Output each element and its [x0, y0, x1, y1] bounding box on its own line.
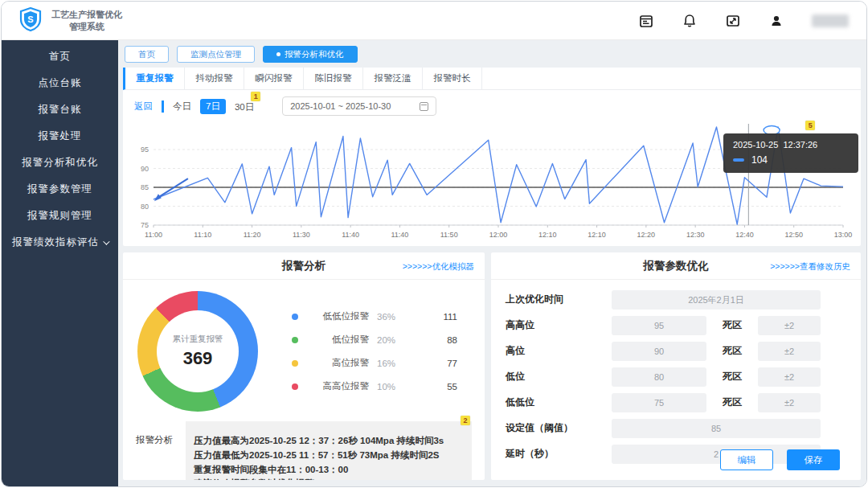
note-badge-2: 2	[461, 416, 470, 425]
deadband-input[interactable]: ±2	[758, 316, 821, 335]
legend-row: 低低位报警36%111	[292, 310, 457, 322]
sidebar-item-首页[interactable]: 首页	[2, 43, 118, 70]
svg-text:S: S	[27, 14, 33, 24]
legend-label: 低低位报警	[308, 310, 369, 322]
deadband-input[interactable]: ±2	[758, 393, 821, 412]
legend-row: 高位报警16%77	[292, 357, 457, 369]
legend-count: 77	[430, 359, 457, 368]
deadband-label: 死区	[723, 318, 742, 332]
pressure-line-chart[interactable]: 2025-10-25 12:37:26 104 5 758085909511:0…	[123, 119, 861, 246]
sidebar-item-点位台账[interactable]: 点位台账	[2, 70, 118, 96]
svg-text:90: 90	[141, 165, 149, 173]
note-badge-1: 1	[251, 92, 260, 101]
deadband-label: 死区	[723, 344, 742, 358]
param-label: 设定值（阈值）	[506, 421, 612, 435]
sub-tab-抖动报警[interactable]: 抖动报警	[185, 68, 244, 89]
legend-percent: 36%	[377, 312, 409, 322]
app-title: 工艺生产报警优化 管理系统	[51, 9, 122, 33]
svg-text:11:40: 11:40	[342, 231, 359, 239]
param-value-input[interactable]: 80	[612, 367, 706, 387]
param-value-input[interactable]: 75	[612, 393, 706, 412]
top-tab-label: 首页	[138, 49, 155, 60]
edit-button[interactable]: 编辑	[720, 449, 773, 470]
sidebar-item-报警台账[interactable]: 报警台账	[2, 96, 118, 123]
svg-text:75: 75	[141, 221, 149, 229]
svg-text:11:20: 11:20	[244, 231, 261, 239]
param-label: 低位	[506, 370, 612, 383]
filter-row: 返回 今日 7日 30日 1 2025-10-01 ~ 2025-10-30	[123, 90, 861, 119]
param-row-低位: 低位80死区±2	[491, 367, 861, 387]
sidebar-item-报警参数管理[interactable]: 报警参数管理	[2, 176, 118, 203]
analysis-line: 压力值最高为2025-10-25 12：37：26秒 104Mpa 持续时间3s	[194, 434, 464, 449]
donut-center-label: 累计重复报警	[173, 334, 223, 345]
sidebar-nav: 首页点位台账报警台账报警处理报警分析和优化报警参数管理报警规则管理报警绩效指标评…	[2, 40, 118, 486]
param-row-低低位: 低低位75死区±2	[491, 392, 861, 412]
fullscreen-icon[interactable]	[725, 13, 741, 29]
panel-title: 报警参数优化	[644, 259, 709, 273]
param-value-input[interactable]: 95	[612, 316, 706, 335]
svg-text:11:30: 11:30	[293, 231, 310, 239]
top-header: S 工艺生产报警优化 管理系统	[2, 2, 866, 40]
bell-icon[interactable]	[682, 13, 698, 29]
svg-text:12:30: 12:30	[686, 231, 705, 239]
sub-tab-重复报警[interactable]: 重复报警	[125, 68, 185, 89]
top-tab-监测点位管理[interactable]: 监测点位管理	[177, 46, 255, 63]
optimization-simulator-link[interactable]: >>>>>>优化模拟器	[403, 261, 474, 273]
param-row-高位: 高位90死区±2	[491, 341, 861, 361]
deadband-input[interactable]: ±2	[758, 342, 821, 361]
legend-label: 低位报警	[308, 334, 369, 346]
date-range-input[interactable]: 2025-10-01 ~ 2025-10-30	[282, 96, 436, 116]
svg-text:11:00: 11:00	[145, 231, 162, 239]
legend-row: 低位报警20%88	[292, 334, 457, 346]
param-row-高高位: 高高位95死区±2	[491, 315, 861, 335]
legend-count: 88	[430, 335, 457, 345]
donut-legend: 低低位报警36%111低位报警20%88高位报警16%77高高位报警10%55	[292, 310, 457, 392]
save-button[interactable]: 保存	[787, 449, 840, 470]
param-label: 高高位	[506, 318, 612, 332]
analysis-line: 压力值最低为2025-10-25 11：57：51秒 73Mpa 持续时间2S	[194, 449, 464, 463]
svg-text:11:40: 11:40	[391, 231, 408, 239]
alarm-param-panel: 报警参数优化 >>>>>>查看修改历史 上次优化时间2025年2月1日高高位95…	[491, 252, 861, 480]
svg-text:11:50: 11:50	[440, 231, 458, 239]
param-label: 高位	[506, 344, 612, 358]
svg-text:12:00: 12:00	[489, 231, 508, 239]
panel-title: 报警分析	[282, 259, 326, 273]
section-accent-bar	[162, 100, 164, 113]
sub-tab-报警时长[interactable]: 报警时长	[423, 68, 482, 89]
legend-count: 111	[430, 312, 457, 322]
legend-dot-icon	[292, 314, 298, 320]
param-value-input[interactable]: 2025年2月1日	[612, 290, 821, 310]
svg-text:13:00: 13:00	[834, 231, 853, 239]
edit-history-link[interactable]: >>>>>>查看修改历史	[770, 261, 850, 273]
deadband-label: 死区	[723, 396, 742, 409]
range-today-button[interactable]: 今日	[173, 100, 191, 113]
param-value-input[interactable]: 90	[612, 342, 706, 361]
sub-tab-陈旧报警[interactable]: 陈旧报警	[304, 68, 363, 89]
sub-tab-报警泛滥[interactable]: 报警泛滥	[363, 68, 423, 89]
calendar-icon[interactable]	[638, 13, 654, 29]
sub-tab-瞬闪报警[interactable]: 瞬闪报警	[244, 68, 304, 89]
svg-text:12:10: 12:10	[588, 231, 606, 239]
sidebar-item-报警处理[interactable]: 报警处理	[2, 123, 118, 150]
alarm-chart-card: 重复报警抖动报警瞬闪报警陈旧报警报警泛滥报警时长 返回 今日 7日 30日 1 …	[123, 68, 861, 246]
sidebar-item-报警分析和优化[interactable]: 报警分析和优化	[2, 150, 118, 176]
main-content: 首页监测点位管理报警分析和优化 重复报警抖动报警瞬闪报警陈旧报警报警泛滥报警时长…	[118, 40, 866, 486]
chevron-down-icon	[103, 238, 109, 244]
sidebar-item-报警规则管理[interactable]: 报警规则管理	[2, 203, 118, 229]
param-value-input[interactable]: 85	[612, 419, 821, 438]
legend-label: 高高位报警	[308, 380, 369, 392]
deadband-input[interactable]: ±2	[758, 367, 821, 387]
legend-count: 55	[430, 382, 457, 392]
app-logo-shield-icon: S	[19, 7, 42, 35]
top-tab-label: 报警分析和优化	[285, 49, 344, 60]
chart-tooltip: 2025-10-25 12:37:26 104	[723, 133, 858, 173]
top-tab-报警分析和优化[interactable]: 报警分析和优化	[263, 46, 358, 63]
range-30day-button[interactable]: 30日	[235, 102, 254, 112]
range-7day-button[interactable]: 7日	[200, 99, 226, 114]
back-link[interactable]: 返回	[134, 100, 153, 113]
sidebar-item-报警绩效指标评估[interactable]: 报警绩效指标评估	[2, 229, 118, 256]
repeat-alarm-donut-chart: 累计重复报警 369	[137, 291, 258, 412]
user-icon[interactable]	[768, 13, 784, 29]
svg-text:12:40: 12:40	[735, 231, 754, 239]
top-tab-首页[interactable]: 首页	[125, 46, 169, 63]
